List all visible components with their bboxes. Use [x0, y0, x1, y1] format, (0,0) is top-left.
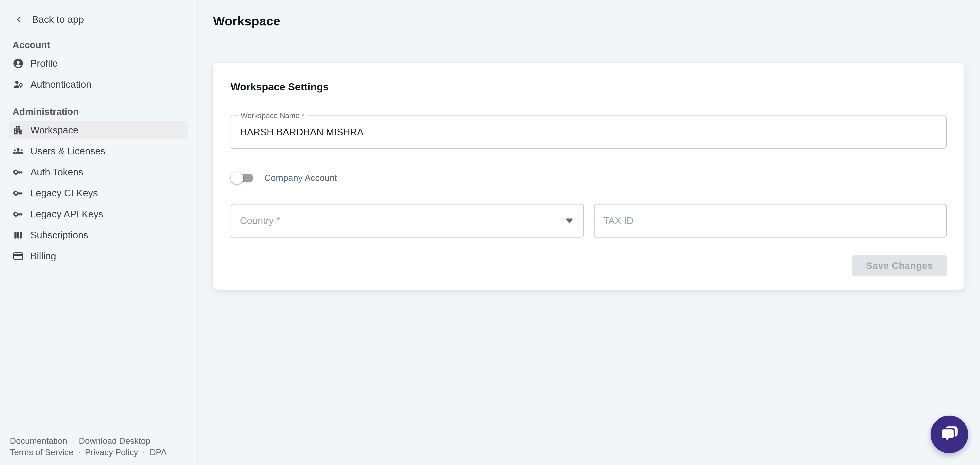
card-title: Workspace Settings [231, 81, 947, 93]
sidebar-item-label: Profile [30, 58, 58, 69]
sidebar-item-legacy-api-keys[interactable]: Legacy API Keys [9, 205, 188, 223]
section-title-administration: Administration [9, 106, 188, 117]
passkey-icon [13, 79, 24, 90]
sidebar-item-users-licenses[interactable]: Users & Licenses [9, 142, 188, 160]
company-account-label: Company Account [264, 173, 337, 183]
sidebar-item-label: Billing [30, 251, 56, 261]
groups-icon [13, 145, 24, 157]
chevron-left-icon [14, 15, 24, 24]
dropdown-arrow-icon [566, 218, 573, 223]
chat-bubbles-icon [939, 424, 960, 445]
sidebar-item-label: Auth Tokens [30, 167, 83, 178]
sidebar-item-label: Users & Licenses [30, 146, 105, 157]
key-icon [13, 188, 24, 199]
card-actions: Save Changes [231, 255, 947, 277]
sidebar-item-profile[interactable]: Profile [9, 55, 188, 72]
save-changes-button[interactable]: Save Changes [852, 255, 947, 277]
company-account-row: Company Account [231, 171, 947, 185]
page-header: Workspace [197, 0, 980, 43]
sidebar-footer: Documentation · Download Desktop Terms o… [10, 435, 167, 458]
workspace-name-label: Workspace Name * [238, 111, 307, 120]
sidebar-item-label: Legacy CI Keys [30, 188, 98, 199]
key-icon [13, 209, 24, 220]
footer-links-row: Terms of Service · Privacy Policy · DPA [10, 447, 167, 458]
back-to-app-button[interactable]: Back to app [14, 13, 188, 27]
sidebar-item-subscriptions[interactable]: Subscriptions [9, 226, 188, 244]
country-tax-row: Country * [231, 204, 947, 237]
country-label: Country * [240, 215, 280, 226]
company-account-toggle[interactable] [231, 172, 254, 184]
footer-links-row: Documentation · Download Desktop [10, 435, 167, 447]
app-root: Back to app Account Profile Au [0, 0, 980, 465]
toggle-thumb [231, 172, 243, 184]
footer-separator: · [78, 447, 81, 458]
apartment-icon [13, 124, 24, 136]
settings-sidebar: Back to app Account Profile Au [0, 0, 197, 465]
sidebar-item-auth-tokens[interactable]: Auth Tokens [9, 163, 188, 181]
credit-card-icon [13, 250, 24, 262]
key-icon [13, 166, 24, 178]
main-area: Workspace Workspace Settings Workspace N… [197, 0, 980, 465]
sidebar-item-label: Legacy API Keys [30, 209, 103, 220]
dpa-link[interactable]: DPA [150, 447, 167, 458]
sidebar-item-workspace[interactable]: Workspace [9, 121, 188, 139]
download-desktop-link[interactable]: Download Desktop [79, 435, 150, 447]
section-title-account: Account [9, 40, 188, 50]
sidebar-item-label: Workspace [30, 125, 78, 135]
sidebar-nav: Account Profile Authentication Adm [9, 40, 188, 265]
footer-separator: · [72, 435, 74, 447]
columns-icon [13, 229, 24, 241]
country-select[interactable]: Country * [231, 204, 584, 237]
sidebar-item-billing[interactable]: Billing [9, 247, 188, 265]
chat-widget-button[interactable] [931, 416, 968, 453]
account-circle-icon [13, 58, 24, 69]
sidebar-item-label: Authentication [30, 79, 91, 90]
sidebar-item-authentication[interactable]: Authentication [9, 76, 188, 93]
sidebar-item-label: Subscriptions [30, 230, 88, 240]
page-content: Workspace Settings Workspace Name * Comp… [197, 43, 980, 290]
back-to-app-label: Back to app [32, 14, 84, 25]
documentation-link[interactable]: Documentation [10, 435, 67, 447]
workspace-name-field: Workspace Name * [231, 115, 947, 149]
terms-of-service-link[interactable]: Terms of Service [10, 447, 73, 458]
tax-id-input[interactable] [595, 204, 947, 237]
page-title: Workspace [213, 14, 280, 28]
privacy-policy-link[interactable]: Privacy Policy [85, 447, 138, 458]
tax-id-field [594, 204, 947, 237]
footer-separator: · [142, 447, 145, 458]
workspace-settings-card: Workspace Settings Workspace Name * Comp… [213, 63, 964, 290]
sidebar-item-legacy-ci-keys[interactable]: Legacy CI Keys [9, 185, 188, 202]
workspace-name-input[interactable] [231, 116, 946, 148]
